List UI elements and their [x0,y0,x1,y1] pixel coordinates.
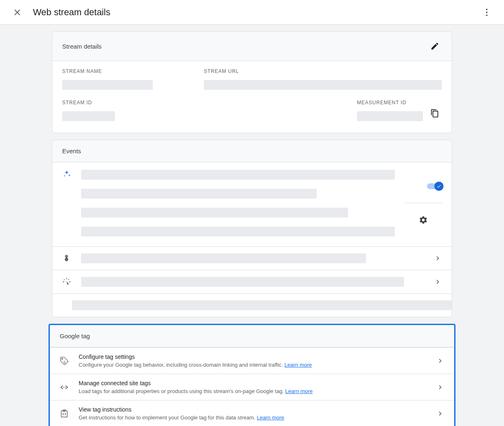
more-options-button[interactable] [479,5,494,20]
svg-point-0 [486,9,488,10]
connected-tags-title: Manage connected site tags [79,380,426,386]
skeleton-line [81,189,317,199]
chevron-right-icon [434,278,442,286]
enhanced-measurement-toggle[interactable] [427,183,442,189]
skeleton-line [81,170,395,180]
skeleton-line [72,300,452,310]
connected-tags-desc: Load tags for additional properties or p… [79,388,426,394]
events-row-click[interactable] [52,270,452,293]
stream-id-value [62,111,115,121]
google-tag-heading: Google tag [60,332,90,339]
copy-measurement-id-button[interactable] [428,106,442,120]
stream-name-label: STREAM NAME [62,68,194,74]
clipboard-code-icon [60,409,69,418]
chevron-right-icon [436,357,444,365]
check-icon [436,184,441,189]
page-title: Web stream details [33,7,110,18]
measurement-id-label: MEASUREMENT ID [357,100,423,105]
gear-icon [419,215,428,225]
events-row-key[interactable] [52,293,452,317]
svg-point-4 [63,386,64,387]
enhanced-measurement-settings-button[interactable] [416,213,430,227]
measurement-id-value [357,111,423,121]
connected-tags-learn-more-link[interactable]: Learn more [285,388,313,394]
stream-url-value [204,80,442,90]
configure-tag-desc: Configure your Google tag behavior, incl… [79,362,426,368]
view-tag-instructions-row[interactable]: View tag instructions Get instructions f… [50,400,454,426]
svg-point-2 [486,14,488,16]
google-tag-highlight: Google tag g Configure tag settings Conf… [49,324,455,426]
kebab-icon [482,7,492,17]
code-link-icon [60,383,69,392]
events-card: Events [52,140,452,317]
svg-point-1 [486,12,488,13]
tag-instructions-title: View tag instructions [79,406,426,413]
svg-point-5 [65,386,65,387]
stream-details-card: Stream details STREAM NAME STREAM URL ST… [52,31,452,133]
events-heading: Events [62,147,81,154]
skeleton-line [81,208,348,218]
touch-icon [62,254,71,263]
stream-id-label: STREAM ID [62,100,194,105]
chevron-right-icon [436,383,444,391]
edit-stream-button[interactable] [428,39,442,53]
svg-text:g: g [63,360,65,363]
click-icon [62,277,71,286]
stream-name-value [62,80,153,90]
close-icon [12,7,22,17]
configure-tag-settings-row[interactable]: g Configure tag settings Configure your … [50,347,454,374]
skeleton-line [81,253,366,263]
configure-tag-learn-more-link[interactable]: Learn more [285,362,312,368]
skeleton-line [81,227,395,236]
close-button[interactable] [10,5,25,20]
google-tag-card: Google tag g Configure tag settings Conf… [50,325,454,426]
stream-details-heading: Stream details [62,43,102,50]
events-row-touch[interactable] [52,246,452,270]
top-bar: Web stream details [0,0,504,25]
pencil-icon [430,42,439,51]
chevron-right-icon [436,410,444,418]
skeleton-line [81,277,404,287]
sparkle-icon [62,170,71,179]
chevron-right-icon [434,254,442,262]
configure-tag-title: Configure tag settings [79,353,426,360]
enhanced-measurement-row [52,162,452,246]
tag-instructions-learn-more-link[interactable]: Learn more [257,414,284,421]
stream-url-label: STREAM URL [204,68,442,74]
copy-icon [430,109,439,118]
tag-icon: g [60,356,69,365]
tag-instructions-desc: Get instructions for how to implement yo… [79,414,426,421]
manage-connected-tags-row[interactable]: Manage connected site tags Load tags for… [50,374,454,400]
